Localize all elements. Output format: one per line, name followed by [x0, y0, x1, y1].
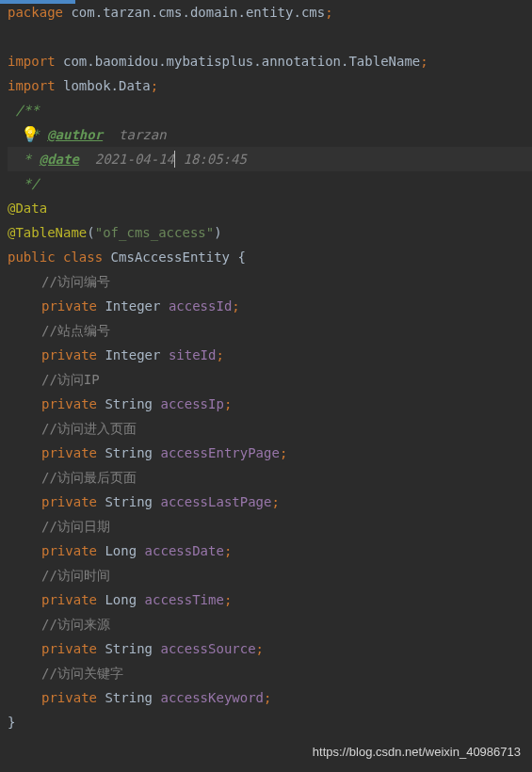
field-name: accessEntryPage — [160, 445, 279, 460]
semicolon: ; — [216, 347, 223, 362]
annotation-data: @Data — [8, 201, 47, 216]
type-name: String — [105, 396, 160, 411]
code-line[interactable]: */ — [8, 171, 532, 196]
watermark-text: https://blog.csdn.net/weixin_40986713 — [313, 740, 521, 764]
keyword: class — [63, 249, 111, 265]
line-comment: //访问来源 — [41, 617, 110, 632]
semicolon: ; — [224, 396, 232, 411]
code-line[interactable]: 💡 * @author tarzan — [8, 122, 532, 147]
keyword: private — [41, 298, 105, 314]
import-path: com.baomidou.mybatisplus.annotation.Tabl… — [56, 54, 421, 69]
semicolon: ; — [232, 298, 239, 314]
code-line[interactable]: //访问来源 — [8, 612, 532, 636]
code-line[interactable]: private String accessIp; — [8, 392, 532, 416]
keyword: private — [41, 494, 105, 509]
field-name: siteId — [169, 347, 217, 362]
semicolon: ; — [151, 78, 158, 93]
type-name: String — [105, 494, 160, 509]
code-line[interactable]: private String accessSource; — [8, 636, 532, 661]
keyword: private — [41, 445, 105, 460]
type-name: String — [105, 641, 160, 656]
line-comment: //访问日期 — [41, 519, 110, 534]
code-line[interactable]: private Long accessTime; — [8, 587, 532, 612]
code-line-current[interactable]: * @date 2021-04-14 18:05:45 — [8, 147, 532, 171]
type-name: Long — [105, 592, 144, 607]
code-line[interactable]: //访问编号 — [8, 269, 532, 294]
code-line[interactable]: //站点编号 — [8, 318, 532, 343]
type-name: String — [105, 690, 160, 705]
keyword: import — [8, 54, 56, 69]
type-name: Long — [105, 543, 144, 558]
brace-close: } — [8, 715, 15, 730]
javadoc-author-value: tarzan — [103, 127, 166, 142]
line-comment: //访问时间 — [41, 568, 110, 583]
annotation-tablename: @TableName — [8, 225, 87, 240]
code-line[interactable]: //访问最后页面 — [8, 465, 532, 490]
string-literal: "of_cms_access" — [95, 225, 214, 240]
code-line[interactable]: @Data — [8, 196, 532, 220]
type-name: Integer — [105, 347, 168, 362]
type-name: String — [105, 445, 160, 460]
code-line[interactable]: private Integer accessId; — [8, 294, 532, 318]
javadoc-open: /** — [8, 103, 40, 118]
code-line[interactable]: } — [8, 710, 532, 734]
code-line[interactable]: /** — [8, 98, 532, 122]
keyword: public — [8, 249, 63, 265]
code-line[interactable]: @TableName("of_cms_access") — [8, 220, 532, 245]
code-line[interactable]: private String accessEntryPage; — [8, 441, 532, 465]
type-name: Integer — [105, 298, 168, 314]
keyword: private — [41, 592, 105, 607]
keyword: private — [41, 347, 105, 362]
paren-open: ( — [87, 225, 94, 240]
class-name: CmsAccessEntity — [111, 249, 238, 265]
semicolon: ; — [420, 54, 427, 69]
paren-close: ) — [214, 225, 221, 240]
field-name: accessId — [169, 298, 232, 314]
semicolon: ; — [256, 641, 264, 656]
code-line[interactable]: //访问关键字 — [8, 661, 532, 685]
javadoc-date-value: 2021-04-14 — [79, 152, 174, 167]
code-line[interactable]: //访问日期 — [8, 514, 532, 539]
keyword: private — [41, 543, 105, 558]
code-line[interactable]: //访问进入页面 — [8, 416, 532, 441]
field-name: accessIp — [160, 396, 223, 411]
code-line[interactable]: import com.baomidou.mybatisplus.annotati… — [8, 49, 532, 73]
code-line[interactable]: private String accessLastPage; — [8, 490, 532, 514]
line-comment: //访问IP — [41, 372, 100, 387]
javadoc-author-tag: @author — [47, 127, 103, 142]
field-name: accessDate — [145, 543, 224, 558]
javadoc-time-value: 18:05:45 — [175, 152, 247, 167]
line-comment: //站点编号 — [41, 323, 110, 338]
code-line-empty[interactable] — [8, 24, 532, 49]
field-name: accessSource — [160, 641, 255, 656]
semicolon: ; — [280, 445, 287, 460]
code-line[interactable]: //访问IP — [8, 367, 532, 392]
semicolon: ; — [325, 5, 332, 20]
code-line[interactable]: private Long accessDate; — [8, 539, 532, 563]
package-path: com.tarzan.cms.domain.entity.cms — [63, 5, 325, 20]
javadoc-close: */ — [8, 176, 40, 191]
code-line[interactable]: //访问时间 — [8, 563, 532, 587]
line-comment: //访问编号 — [41, 274, 110, 289]
lightbulb-icon[interactable]: 💡 — [21, 122, 40, 147]
semicolon: ; — [264, 690, 271, 705]
field-name: accessTime — [145, 592, 224, 607]
import-path: lombok.Data — [56, 78, 151, 93]
keyword: import — [8, 78, 56, 93]
code-line[interactable]: private Integer siteId; — [8, 343, 532, 367]
field-name: accessKeyword — [160, 690, 264, 705]
keyword: private — [41, 641, 105, 656]
keyword: package — [8, 5, 63, 20]
line-comment: //访问关键字 — [41, 666, 123, 681]
code-line[interactable]: package com.tarzan.cms.domain.entity.cms… — [8, 0, 532, 24]
line-comment: //访问进入页面 — [41, 421, 137, 436]
code-line[interactable]: import lombok.Data; — [8, 73, 532, 98]
code-line[interactable]: private String accessKeyword; — [8, 685, 532, 710]
brace-open: { — [237, 249, 245, 265]
line-comment: //访问最后页面 — [41, 470, 137, 485]
code-editor[interactable]: package com.tarzan.cms.domain.entity.cms… — [0, 0, 532, 734]
keyword: private — [41, 690, 105, 705]
javadoc-star: * — [8, 152, 40, 167]
code-line[interactable]: public class CmsAccessEntity { — [8, 245, 532, 269]
semicolon: ; — [271, 494, 279, 509]
